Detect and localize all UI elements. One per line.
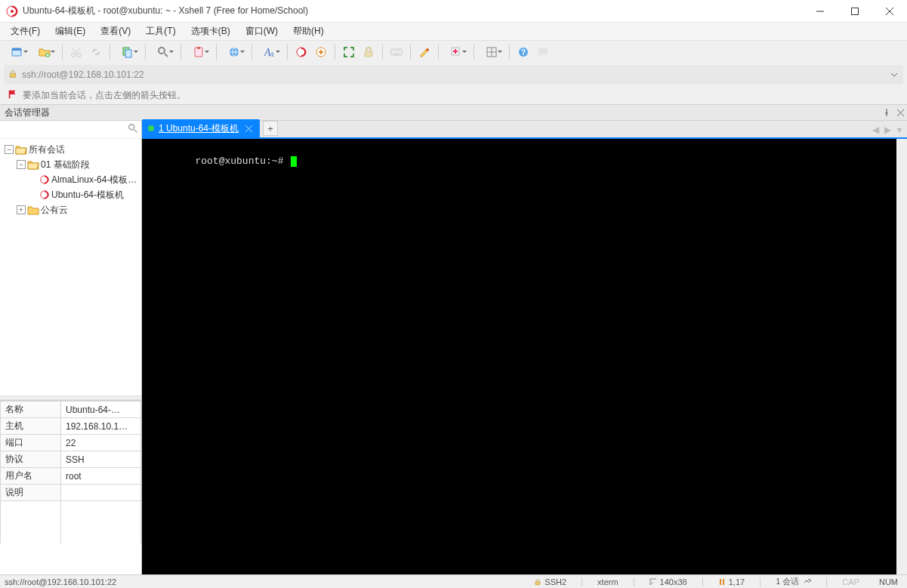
fullscreen-icon[interactable] <box>340 43 358 61</box>
prop-row-proto: 协议 SSH <box>1 451 141 468</box>
highlight-icon[interactable] <box>415 43 433 61</box>
flag-icon[interactable] <box>8 89 18 102</box>
tree-group-2[interactable]: + 公有云 <box>0 202 141 217</box>
svg-rect-4 <box>12 48 21 51</box>
close-button[interactable] <box>872 0 907 23</box>
address-bar[interactable]: ssh://root@192.168.10.101:22 <box>4 65 903 85</box>
status-size: 140x38 <box>645 577 692 586</box>
tab-prev-icon[interactable]: ◀ <box>871 125 880 135</box>
menu-view[interactable]: 查看(V) <box>93 23 138 40</box>
tree-host-ubuntu[interactable]: Ubuntu-64-模板机 <box>0 187 141 202</box>
prop-key: 主机 <box>1 418 61 435</box>
tree-label: 公有云 <box>41 204 68 217</box>
expander-icon[interactable]: + <box>17 205 26 214</box>
tree-label: Ubuntu-64-模板机 <box>51 189 124 202</box>
terminal[interactable]: root@xubuntu:~# <box>142 139 907 574</box>
menu-edit[interactable]: 编辑(E) <box>48 23 93 40</box>
address-text[interactable]: ssh://root@192.168.10.101:22 <box>22 69 885 80</box>
prompt-text: root@xubuntu:~# <box>195 155 289 167</box>
sidebar-title: 会话管理器 <box>0 106 880 119</box>
tree-label: 01 基础阶段 <box>41 159 90 171</box>
panel-close-icon[interactable] <box>893 106 907 119</box>
cut-icon[interactable] <box>67 43 85 61</box>
menu-window[interactable]: 窗口(W) <box>238 23 285 40</box>
tab-close-icon[interactable] <box>243 123 254 134</box>
folder-icon <box>27 205 39 215</box>
xftp-icon[interactable] <box>312 43 330 61</box>
new-tab-button[interactable]: + <box>263 121 278 136</box>
search-icon[interactable] <box>125 123 141 136</box>
status-proto: SSH2 <box>529 577 571 586</box>
svg-text:A: A <box>269 51 274 58</box>
window-title: Ubuntu-64-模板机 - root@xubuntu: ~ - Xshell… <box>23 5 308 17</box>
expander-icon[interactable]: − <box>17 160 26 169</box>
svg-rect-9 <box>125 50 131 57</box>
menu-tabs[interactable]: 选项卡(B) <box>184 23 238 40</box>
maximize-button[interactable] <box>838 0 872 23</box>
font-button[interactable]: AA <box>257 43 282 61</box>
new-session-button[interactable] <box>5 43 30 61</box>
pin-icon[interactable] <box>880 106 893 119</box>
xshell-icon[interactable] <box>292 43 310 61</box>
session-tree[interactable]: − 所有会话 − 01 基础阶段 AlmaLin <box>0 139 141 396</box>
tree-group-1[interactable]: − 01 基础阶段 <box>0 157 141 172</box>
prop-row-user: 用户名 root <box>1 468 141 485</box>
tree-label: 所有会话 <box>29 143 65 156</box>
svg-rect-30 <box>723 579 724 585</box>
tree-label: AlmaLinux-64-模板… <box>51 174 137 186</box>
svg-rect-19 <box>391 49 402 55</box>
globe-icon[interactable] <box>221 43 247 61</box>
status-connection: ssh://root@192.168.10.101:22 <box>5 577 116 586</box>
menu-bar: 文件(F) 编辑(E) 查看(V) 工具(T) 选项卡(B) 窗口(W) 帮助(… <box>0 23 907 41</box>
svg-point-10 <box>159 48 165 54</box>
tree-root[interactable]: − 所有会话 <box>0 142 141 157</box>
find-button[interactable] <box>150 43 176 61</box>
session-search-input[interactable] <box>0 122 125 138</box>
paste-button[interactable] <box>186 43 211 61</box>
menu-file[interactable]: 文件(F) <box>3 23 48 40</box>
svg-point-25 <box>129 125 134 130</box>
tab-strip: 1 Ubuntu-64-模板机 + ◀ ▶ ▾ <box>142 121 907 139</box>
address-dropdown-icon[interactable] <box>890 69 899 80</box>
plus-button[interactable] <box>443 43 469 61</box>
hint-bar: 要添加当前会话，点击左侧的箭头按钮。 <box>0 86 907 104</box>
status-bar: ssh://root@192.168.10.101:22 SSH2 xterm … <box>0 574 907 588</box>
session-tab[interactable]: 1 Ubuntu-64-模板机 <box>142 119 260 137</box>
menu-help[interactable]: 帮助(H) <box>285 23 332 40</box>
prop-value: Ubuntu-64-… <box>61 402 141 418</box>
tab-nav: ◀ ▶ ▾ <box>871 125 904 135</box>
svg-point-7 <box>78 54 82 57</box>
prop-key: 说明 <box>1 485 61 501</box>
open-session-button[interactable] <box>32 43 57 61</box>
svg-text:?: ? <box>521 48 526 57</box>
expander-icon[interactable]: − <box>5 145 14 154</box>
session-properties: 名称 Ubuntu-64-… 主机 192.168.10.1… 端口 22 协议… <box>0 400 141 574</box>
folder-open-icon <box>15 144 27 155</box>
status-dot-icon <box>148 125 154 131</box>
prop-value: SSH <box>61 451 141 468</box>
copy-button[interactable] <box>115 43 140 61</box>
tab-menu-icon[interactable]: ▾ <box>895 125 904 135</box>
prop-row-host: 主机 192.168.10.1… <box>1 418 141 435</box>
svg-rect-24 <box>10 73 16 77</box>
prop-value: 192.168.10.1… <box>61 418 141 435</box>
tree-host-alma[interactable]: AlmaLinux-64-模板… <box>0 172 141 187</box>
tab-next-icon[interactable]: ▶ <box>883 125 892 135</box>
hint-text: 要添加当前会话，点击左侧的箭头按钮。 <box>23 89 186 102</box>
prop-value: root <box>61 468 141 485</box>
menu-tools[interactable]: 工具(T) <box>138 23 183 40</box>
lock-icon[interactable] <box>359 43 378 61</box>
chat-icon[interactable] <box>534 43 552 61</box>
help-icon[interactable]: ? <box>514 43 532 61</box>
status-sessions[interactable]: 1 会话 <box>771 576 816 587</box>
prop-key: 用户名 <box>1 468 61 485</box>
keyboard-icon[interactable] <box>387 43 406 61</box>
prop-row-port: 端口 22 <box>1 435 141 451</box>
layout-button[interactable] <box>479 43 504 61</box>
svg-rect-29 <box>720 579 721 585</box>
prop-key: 端口 <box>1 435 61 451</box>
chain-icon[interactable] <box>87 43 105 61</box>
session-icon <box>39 174 50 185</box>
terminal-pane: 1 Ubuntu-64-模板机 + ◀ ▶ ▾ root@xubuntu:~# <box>142 121 907 574</box>
minimize-button[interactable] <box>803 0 838 23</box>
